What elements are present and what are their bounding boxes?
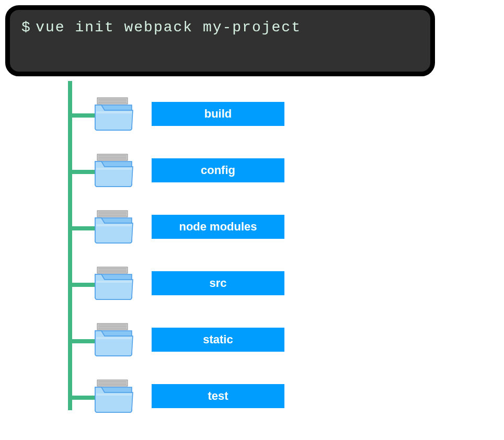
folder-icon bbox=[94, 378, 134, 414]
svg-rect-22 bbox=[98, 383, 127, 384]
svg-rect-7 bbox=[98, 158, 127, 159]
svg-rect-10 bbox=[98, 213, 127, 214]
svg-rect-14 bbox=[98, 270, 127, 271]
svg-rect-19 bbox=[98, 328, 127, 329]
tree-branch-line bbox=[68, 283, 97, 287]
folder-icon bbox=[94, 96, 134, 132]
folder-icon bbox=[94, 321, 134, 358]
terminal-command: vue init webpack my-project bbox=[36, 19, 301, 36]
tree-branch-line bbox=[68, 396, 97, 400]
tree-branch-line bbox=[68, 226, 97, 230]
tree-branch-line bbox=[68, 113, 97, 118]
folder-icon bbox=[94, 152, 134, 189]
folder-label-src: src bbox=[152, 271, 284, 295]
svg-rect-2 bbox=[98, 100, 127, 101]
tree-branch-line bbox=[68, 339, 97, 343]
terminal-window: $ vue init webpack my-project bbox=[5, 5, 435, 76]
svg-rect-5 bbox=[98, 155, 127, 156]
folder-label-config: config bbox=[152, 158, 284, 182]
svg-rect-6 bbox=[98, 157, 127, 158]
folder-icon bbox=[94, 265, 134, 302]
svg-rect-1 bbox=[98, 99, 127, 100]
folder-label-test: test bbox=[152, 384, 284, 408]
svg-rect-15 bbox=[98, 271, 127, 272]
folder-label-build: build bbox=[152, 102, 284, 126]
svg-rect-17 bbox=[98, 325, 127, 326]
folder-label-node-modules: node modules bbox=[152, 215, 284, 239]
svg-rect-23 bbox=[98, 384, 127, 385]
svg-rect-9 bbox=[98, 212, 127, 213]
svg-rect-11 bbox=[98, 215, 127, 216]
svg-rect-18 bbox=[98, 326, 127, 327]
svg-rect-3 bbox=[98, 102, 127, 103]
folder-label-static: static bbox=[152, 328, 284, 352]
svg-rect-13 bbox=[98, 268, 127, 269]
svg-rect-21 bbox=[98, 381, 127, 382]
folder-icon bbox=[94, 209, 134, 245]
tree-branch-line bbox=[68, 170, 97, 174]
tree-trunk-line bbox=[68, 81, 72, 410]
terminal-prompt: $ bbox=[21, 19, 31, 36]
